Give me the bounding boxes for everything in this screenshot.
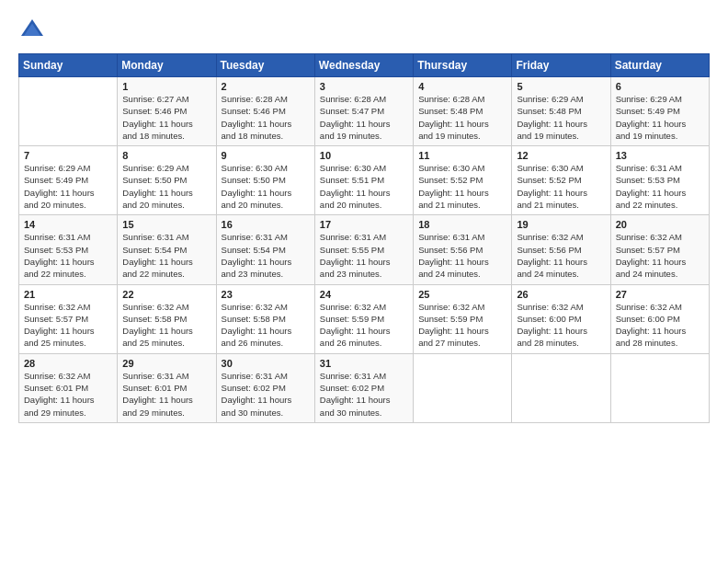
calendar-cell: 28Sunrise: 6:32 AM Sunset: 6:01 PM Dayli… bbox=[19, 353, 118, 422]
weekday-header-saturday: Saturday bbox=[610, 54, 709, 77]
calendar-cell: 15Sunrise: 6:31 AM Sunset: 5:54 PM Dayli… bbox=[118, 215, 216, 284]
day-number: 15 bbox=[122, 219, 210, 230]
weekday-header-friday: Friday bbox=[512, 54, 610, 77]
day-number: 16 bbox=[222, 219, 310, 230]
day-info: Sunrise: 6:32 AM Sunset: 5:58 PM Dayligh… bbox=[122, 301, 210, 350]
day-number: 29 bbox=[122, 358, 210, 369]
day-info: Sunrise: 6:28 AM Sunset: 5:48 PM Dayligh… bbox=[418, 93, 506, 142]
day-number: 20 bbox=[616, 219, 704, 230]
day-info: Sunrise: 6:31 AM Sunset: 5:53 PM Dayligh… bbox=[24, 231, 112, 280]
day-number: 21 bbox=[24, 289, 112, 300]
weekday-header-monday: Monday bbox=[118, 54, 216, 77]
day-info: Sunrise: 6:31 AM Sunset: 5:53 PM Dayligh… bbox=[616, 162, 704, 211]
day-info: Sunrise: 6:31 AM Sunset: 6:02 PM Dayligh… bbox=[222, 370, 310, 419]
calendar-cell: 24Sunrise: 6:32 AM Sunset: 5:59 PM Dayli… bbox=[314, 284, 413, 353]
day-info: Sunrise: 6:29 AM Sunset: 5:50 PM Dayligh… bbox=[122, 162, 210, 211]
calendar-table: SundayMondayTuesdayWednesdayThursdayFrid… bbox=[18, 53, 710, 423]
calendar-cell: 9Sunrise: 6:30 AM Sunset: 5:50 PM Daylig… bbox=[216, 146, 314, 215]
calendar-cell: 16Sunrise: 6:31 AM Sunset: 5:54 PM Dayli… bbox=[216, 215, 314, 284]
logo-icon bbox=[18, 17, 46, 44]
calendar-cell: 20Sunrise: 6:32 AM Sunset: 5:57 PM Dayli… bbox=[610, 215, 709, 284]
weekday-header-tuesday: Tuesday bbox=[216, 54, 314, 77]
calendar-cell bbox=[610, 353, 709, 422]
day-number: 24 bbox=[320, 289, 408, 300]
day-info: Sunrise: 6:32 AM Sunset: 6:00 PM Dayligh… bbox=[616, 301, 704, 350]
day-number: 18 bbox=[418, 219, 506, 230]
day-number: 23 bbox=[222, 289, 310, 300]
calendar-cell: 4Sunrise: 6:28 AM Sunset: 5:48 PM Daylig… bbox=[414, 77, 512, 146]
weekday-header-thursday: Thursday bbox=[414, 54, 512, 77]
day-info: Sunrise: 6:32 AM Sunset: 5:56 PM Dayligh… bbox=[517, 231, 605, 280]
calendar-week-row: 21Sunrise: 6:32 AM Sunset: 5:57 PM Dayli… bbox=[19, 284, 710, 353]
day-number: 9 bbox=[222, 150, 310, 161]
calendar-week-row: 14Sunrise: 6:31 AM Sunset: 5:53 PM Dayli… bbox=[19, 215, 710, 284]
day-info: Sunrise: 6:30 AM Sunset: 5:51 PM Dayligh… bbox=[320, 162, 408, 211]
day-info: Sunrise: 6:31 AM Sunset: 6:01 PM Dayligh… bbox=[122, 370, 210, 419]
day-info: Sunrise: 6:29 AM Sunset: 5:49 PM Dayligh… bbox=[24, 162, 112, 211]
calendar-cell: 7Sunrise: 6:29 AM Sunset: 5:49 PM Daylig… bbox=[19, 146, 118, 215]
day-number: 11 bbox=[418, 150, 506, 161]
calendar-cell: 1Sunrise: 6:27 AM Sunset: 5:46 PM Daylig… bbox=[118, 77, 216, 146]
day-number: 19 bbox=[517, 219, 605, 230]
calendar-cell: 31Sunrise: 6:31 AM Sunset: 6:02 PM Dayli… bbox=[314, 353, 413, 422]
calendar-cell: 30Sunrise: 6:31 AM Sunset: 6:02 PM Dayli… bbox=[216, 353, 314, 422]
calendar-cell: 19Sunrise: 6:32 AM Sunset: 5:56 PM Dayli… bbox=[512, 215, 610, 284]
day-number: 27 bbox=[616, 289, 704, 300]
calendar-cell: 10Sunrise: 6:30 AM Sunset: 5:51 PM Dayli… bbox=[314, 146, 413, 215]
day-info: Sunrise: 6:31 AM Sunset: 5:55 PM Dayligh… bbox=[320, 231, 408, 280]
day-number: 1 bbox=[122, 81, 210, 92]
calendar-cell: 2Sunrise: 6:28 AM Sunset: 5:46 PM Daylig… bbox=[216, 77, 314, 146]
day-info: Sunrise: 6:27 AM Sunset: 5:46 PM Dayligh… bbox=[122, 93, 210, 142]
day-info: Sunrise: 6:30 AM Sunset: 5:50 PM Dayligh… bbox=[222, 162, 310, 211]
day-info: Sunrise: 6:29 AM Sunset: 5:49 PM Dayligh… bbox=[616, 93, 704, 142]
day-number: 17 bbox=[320, 219, 408, 230]
day-info: Sunrise: 6:32 AM Sunset: 5:59 PM Dayligh… bbox=[320, 301, 408, 350]
calendar-week-row: 7Sunrise: 6:29 AM Sunset: 5:49 PM Daylig… bbox=[19, 146, 710, 215]
day-info: Sunrise: 6:28 AM Sunset: 5:47 PM Dayligh… bbox=[320, 93, 408, 142]
calendar-cell: 21Sunrise: 6:32 AM Sunset: 5:57 PM Dayli… bbox=[19, 284, 118, 353]
day-number: 30 bbox=[222, 358, 310, 369]
day-info: Sunrise: 6:29 AM Sunset: 5:48 PM Dayligh… bbox=[517, 93, 605, 142]
day-info: Sunrise: 6:31 AM Sunset: 5:54 PM Dayligh… bbox=[122, 231, 210, 280]
day-info: Sunrise: 6:31 AM Sunset: 5:56 PM Dayligh… bbox=[418, 231, 506, 280]
day-number: 25 bbox=[418, 289, 506, 300]
day-number: 12 bbox=[517, 150, 605, 161]
day-info: Sunrise: 6:28 AM Sunset: 5:46 PM Dayligh… bbox=[222, 93, 310, 142]
calendar-cell: 27Sunrise: 6:32 AM Sunset: 6:00 PM Dayli… bbox=[610, 284, 709, 353]
calendar-cell: 8Sunrise: 6:29 AM Sunset: 5:50 PM Daylig… bbox=[118, 146, 216, 215]
calendar-cell bbox=[414, 353, 512, 422]
header bbox=[18, 17, 710, 44]
day-number: 10 bbox=[320, 150, 408, 161]
logo bbox=[18, 17, 50, 44]
day-number: 8 bbox=[122, 150, 210, 161]
calendar-cell: 3Sunrise: 6:28 AM Sunset: 5:47 PM Daylig… bbox=[314, 77, 413, 146]
day-number: 31 bbox=[320, 358, 408, 369]
day-number: 14 bbox=[24, 219, 112, 230]
calendar-cell: 23Sunrise: 6:32 AM Sunset: 5:58 PM Dayli… bbox=[216, 284, 314, 353]
day-info: Sunrise: 6:32 AM Sunset: 5:59 PM Dayligh… bbox=[418, 301, 506, 350]
calendar-cell: 13Sunrise: 6:31 AM Sunset: 5:53 PM Dayli… bbox=[610, 146, 709, 215]
day-info: Sunrise: 6:32 AM Sunset: 5:57 PM Dayligh… bbox=[24, 301, 112, 350]
day-number: 26 bbox=[517, 289, 605, 300]
day-number: 3 bbox=[320, 81, 408, 92]
day-info: Sunrise: 6:31 AM Sunset: 5:54 PM Dayligh… bbox=[222, 231, 310, 280]
calendar-cell bbox=[19, 77, 118, 146]
day-number: 5 bbox=[517, 81, 605, 92]
day-info: Sunrise: 6:32 AM Sunset: 6:01 PM Dayligh… bbox=[24, 370, 112, 419]
calendar-cell: 17Sunrise: 6:31 AM Sunset: 5:55 PM Dayli… bbox=[314, 215, 413, 284]
day-info: Sunrise: 6:31 AM Sunset: 6:02 PM Dayligh… bbox=[320, 370, 408, 419]
day-number: 22 bbox=[122, 289, 210, 300]
day-number: 4 bbox=[418, 81, 506, 92]
weekday-header-wednesday: Wednesday bbox=[314, 54, 413, 77]
calendar-cell: 22Sunrise: 6:32 AM Sunset: 5:58 PM Dayli… bbox=[118, 284, 216, 353]
day-info: Sunrise: 6:32 AM Sunset: 5:57 PM Dayligh… bbox=[616, 231, 704, 280]
day-number: 13 bbox=[616, 150, 704, 161]
calendar-cell: 29Sunrise: 6:31 AM Sunset: 6:01 PM Dayli… bbox=[118, 353, 216, 422]
day-info: Sunrise: 6:30 AM Sunset: 5:52 PM Dayligh… bbox=[418, 162, 506, 211]
calendar-cell: 6Sunrise: 6:29 AM Sunset: 5:49 PM Daylig… bbox=[610, 77, 709, 146]
day-info: Sunrise: 6:32 AM Sunset: 6:00 PM Dayligh… bbox=[517, 301, 605, 350]
weekday-header-sunday: Sunday bbox=[19, 54, 118, 77]
calendar-cell: 12Sunrise: 6:30 AM Sunset: 5:52 PM Dayli… bbox=[512, 146, 610, 215]
calendar-cell: 26Sunrise: 6:32 AM Sunset: 6:00 PM Dayli… bbox=[512, 284, 610, 353]
day-number: 6 bbox=[616, 81, 704, 92]
